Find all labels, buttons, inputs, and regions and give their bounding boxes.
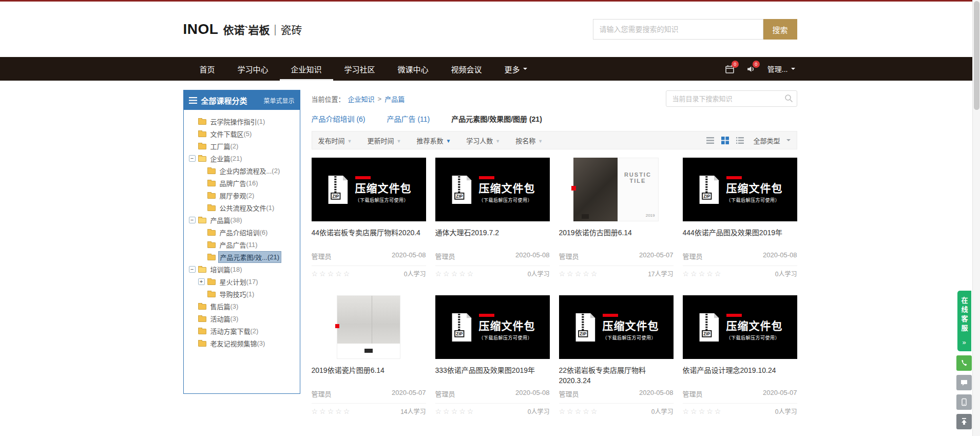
tree-item-count: (3) <box>230 302 239 310</box>
star-icon: ☆ <box>312 270 320 278</box>
cover-image[interactable] <box>312 295 426 359</box>
category-tab[interactable]: 产品元素图/效果图/图册 (21) <box>451 113 542 124</box>
tree-item[interactable]: 产品介绍培训(6) <box>189 226 297 238</box>
sort-option[interactable]: 发布时间 <box>318 136 352 145</box>
course-title[interactable]: 通体大理石2019.7.2 <box>435 228 550 248</box>
tree-item[interactable]: −企业篇(21) <box>189 152 297 164</box>
tree-item[interactable]: 工厂篇(2) <box>189 140 297 152</box>
course-title[interactable]: 22依诺岩板专卖店展厅物料2020.3.24 <box>559 365 674 386</box>
category-tab[interactable]: 产品广告 (11) <box>387 113 430 124</box>
tree-item-label: 企业篇 <box>210 154 230 163</box>
cover-image[interactable]: ZIP 压缩文件包 （下载后解压方可使用） <box>559 295 674 359</box>
tree-item[interactable]: 品牌广告(16) <box>189 177 297 189</box>
learner-count: 0人学习 <box>528 269 550 278</box>
nav-item[interactable]: 企业知识 <box>280 57 333 81</box>
cover-image[interactable]: ZIP 压缩文件包 （下载后解压方可使用） <box>435 295 550 359</box>
tree-item[interactable]: +星火计划(17) <box>189 275 297 288</box>
collapse-icon[interactable]: − <box>189 266 196 273</box>
view-list-icon[interactable] <box>736 137 744 144</box>
collapse-icon[interactable]: − <box>189 217 196 223</box>
tree-item-count: (5) <box>244 130 252 138</box>
tree-item[interactable]: 老友记视频集锦(3) <box>189 337 297 349</box>
sort-option[interactable]: 学习人数 <box>466 136 500 145</box>
nav-item-label: 学习中心 <box>238 64 268 74</box>
page-scrollbar[interactable] <box>972 0 980 436</box>
back-to-top-button[interactable] <box>956 414 972 429</box>
tree-item[interactable]: 企业内部流程及...(2) <box>189 164 297 177</box>
view-grid-icon[interactable] <box>721 137 729 144</box>
course-title[interactable]: 2019依诺仿古图册6.14 <box>559 228 674 248</box>
course-card[interactable]: ZIP 压缩文件包 （下载后解压方可使用） 依诺产品设计理念2019.10.24… <box>683 295 797 415</box>
cover-image[interactable]: ZIP 压缩文件包 （下载后解压方可使用） <box>435 158 550 221</box>
course-card[interactable]: RUSTIC TILE 2019 2019依诺仿古图册6.14 管理员 2020… <box>559 158 674 278</box>
breadcrumb-link-knowledge[interactable]: 企业知识 <box>348 94 375 104</box>
tree-item[interactable]: 产品元素图/效...(21) <box>189 251 297 263</box>
nav-item[interactable]: 学习社区 <box>333 57 387 81</box>
tree-item[interactable]: 文件下载区(5) <box>189 127 297 140</box>
nav-item[interactable]: 首页 <box>188 57 226 81</box>
course-title[interactable]: 444依诺产品图及效果图2019年 <box>683 228 797 248</box>
catalog-cover: RUSTIC TILE 2019 <box>559 158 674 221</box>
course-card[interactable]: ZIP 压缩文件包 （下载后解压方可使用） 通体大理石2019.7.2 管理员 … <box>435 158 550 278</box>
tree-item[interactable]: 公共流程及文件(1) <box>189 201 297 214</box>
course-title[interactable]: 2019依诺瓷片图册6.14 <box>312 365 426 386</box>
sort-option-label: 推荐系数 <box>416 136 443 145</box>
message-button[interactable] <box>956 375 972 390</box>
course-card-grid: ZIP 压缩文件包 （下载后解压方可使用） 44依诺岩板专卖店展厅物料2020.… <box>312 158 797 415</box>
search-icon[interactable] <box>784 94 793 105</box>
tree-item[interactable]: −培训篇(18) <box>189 263 297 275</box>
course-card[interactable]: ZIP 压缩文件包 （下载后解压方可使用） 22依诺岩板专卖店展厅物料2020.… <box>559 295 674 415</box>
category-tab[interactable]: 产品介绍培训 (6) <box>312 113 366 124</box>
course-title[interactable]: 依诺产品设计理念2019.10.24 <box>683 365 797 386</box>
menu-mode-toggle[interactable]: 菜单式显示 <box>263 96 294 105</box>
course-card[interactable]: ZIP 压缩文件包 （下载后解压方可使用） 44依诺岩板专卖店展厅物料2020.… <box>312 158 426 278</box>
global-search-input[interactable] <box>593 19 763 40</box>
course-card[interactable]: ZIP 压缩文件包 （下载后解压方可使用） 333依诺产品图及效果图2019年 … <box>435 295 550 415</box>
caret-down-icon <box>786 139 791 143</box>
tree-item[interactable]: 活动方案下载(2) <box>189 325 297 337</box>
course-title[interactable]: 333依诺产品图及效果图2019年 <box>435 365 550 386</box>
course-title[interactable]: 44依诺岩板专卖店展厅物料2020.4 <box>312 228 426 248</box>
type-filter[interactable]: 全部类型 <box>753 136 790 145</box>
tree-item[interactable]: 导购技巧(1) <box>189 288 297 300</box>
tree-item[interactable]: 展厅参观(2) <box>189 189 297 201</box>
global-search-button[interactable]: 搜索 <box>763 19 797 40</box>
tree-item[interactable]: 云学院操作指引(1) <box>189 115 297 127</box>
sort-option[interactable]: 推荐系数 <box>416 136 451 145</box>
calendar-button[interactable]: 0 <box>725 65 734 73</box>
collapse-icon[interactable]: − <box>189 155 196 162</box>
cover-image[interactable]: ZIP 压缩文件包 （下载后解压方可使用） <box>683 295 797 359</box>
sort-option[interactable]: 按名称 <box>515 136 543 145</box>
mobile-app-button[interactable] <box>956 394 972 410</box>
tree-item-label: 产品篇 <box>210 215 230 225</box>
breadcrumb-separator: > <box>378 95 382 103</box>
scrollbar-thumb[interactable] <box>974 1 979 110</box>
course-footer: ☆☆☆☆☆ 0人学习 <box>683 403 797 415</box>
view-large-icon[interactable] <box>706 137 714 144</box>
tree-item[interactable]: 售后篇(3) <box>189 300 297 312</box>
tree-item[interactable]: 产品广告(11) <box>189 238 297 251</box>
breadcrumb-link-category[interactable]: 产品篇 <box>385 94 405 104</box>
cover-image[interactable]: ZIP 压缩文件包 （下载后解压方可使用） <box>683 158 797 221</box>
nav-item[interactable]: 微课中心 <box>387 57 440 81</box>
course-card[interactable]: 2019依诺瓷片图册6.14 管理员 2020-05-07 ☆☆☆☆☆ 14人学… <box>312 295 426 415</box>
customer-service-button[interactable]: 在线客服 <box>957 291 971 351</box>
course-card[interactable]: ZIP 压缩文件包 （下载后解压方可使用） 444依诺产品图及效果图2019年 … <box>683 158 797 278</box>
sort-option[interactable]: 更新时间 <box>367 136 401 145</box>
announcement-button[interactable]: 0 <box>746 65 755 73</box>
nav-item[interactable]: 视频会议 <box>440 57 493 81</box>
tree-item[interactable]: 活动篇(3) <box>189 312 297 325</box>
nav-item[interactable]: 更多 <box>493 57 539 81</box>
phone-contact-button[interactable] <box>956 355 972 371</box>
course-author: 管理员 <box>312 251 332 261</box>
expand-icon[interactable]: + <box>198 278 205 285</box>
course-category-sidebar: 全部课程分类 菜单式显示 云学院操作指引(1)文件下载区(5)工厂篇(2)−企业… <box>183 90 300 394</box>
cover-photo <box>337 296 400 344</box>
tree-item[interactable]: −产品篇(38) <box>189 214 297 226</box>
cover-image[interactable]: ZIP 压缩文件包 （下载后解压方可使用） <box>312 158 426 221</box>
catalog-cover <box>337 295 401 359</box>
admin-menu[interactable]: 管理... <box>767 64 795 74</box>
cover-image[interactable]: RUSTIC TILE 2019 <box>559 158 674 221</box>
nav-item[interactable]: 学习中心 <box>226 57 280 81</box>
directory-search-input[interactable] <box>666 90 797 107</box>
